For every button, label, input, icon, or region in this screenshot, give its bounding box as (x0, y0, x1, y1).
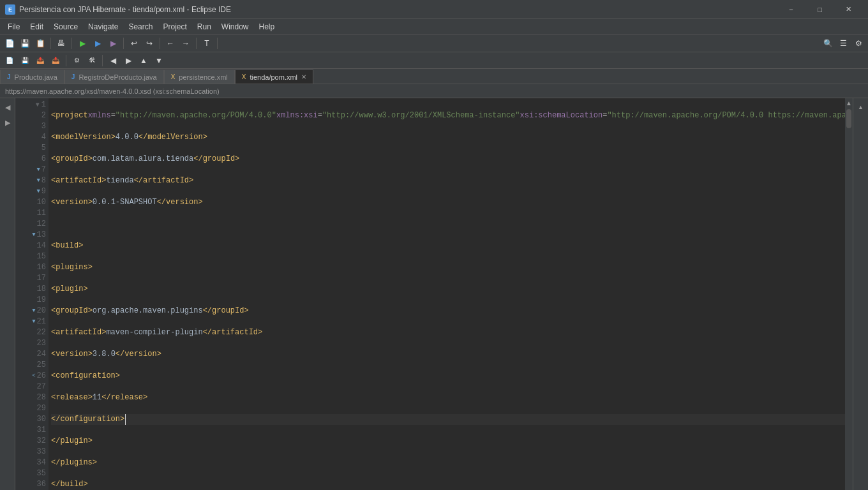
code-line-6 (51, 219, 845, 230)
linenum-31: 31 (27, 425, 46, 436)
tab-pom-close[interactable]: ✕ (301, 73, 306, 80)
app-icon: E (5, 4, 15, 15)
separator-5 (196, 38, 197, 49)
minimize-button[interactable]: − (777, 0, 805, 19)
code-line-16: </plugin> (51, 436, 845, 447)
menu-window[interactable]: Window (216, 19, 254, 34)
code-line-18: </build> (51, 479, 845, 490)
right-icon-1[interactable]: ▲ (855, 101, 867, 114)
t2-btn8[interactable]: ▶ (121, 54, 135, 68)
menu-source[interactable]: Source (49, 19, 83, 34)
tab-pom[interactable]: X tienda/pom.xml ✕ (235, 70, 313, 84)
layout-button[interactable]: ☰ (836, 36, 850, 50)
t2-btn2[interactable]: 💾 (18, 54, 32, 68)
next-button[interactable]: → (179, 36, 193, 50)
tab-registro[interactable]: J RegistroDeProducto.java (64, 70, 164, 84)
linenum-13: ▼13 (27, 230, 46, 241)
separator-6 (217, 38, 218, 49)
save-all-button[interactable]: 📋 (33, 36, 47, 50)
linenum-28: 28 (27, 392, 46, 403)
debug-button[interactable]: ▶ (91, 36, 105, 50)
open-type-button[interactable]: T (200, 36, 214, 50)
perspective-button[interactable]: ⚙ (851, 36, 865, 50)
code-editor[interactable]: <project xmlns="http://maven.apache.org/… (49, 98, 845, 490)
t2-btn5[interactable]: ⚙ (70, 54, 84, 68)
new-button[interactable]: 📄 (3, 36, 17, 50)
t2-btn10[interactable]: ▼ (152, 54, 166, 68)
tab-java-icon: J (7, 73, 11, 80)
editor-area: ◀ ▶ ▼1 2 3 4 5 6 ▼7 ▼8 ▼9 10 11 12 ▼13 1… (0, 98, 868, 490)
menu-search[interactable]: Search (123, 19, 158, 34)
tab-pom-label: tienda/pom.xml (250, 73, 297, 81)
menu-navigate[interactable]: Navigate (83, 19, 123, 34)
vertical-scrollbar[interactable]: ▲ (845, 98, 853, 490)
coverage-button[interactable]: ▶ (106, 36, 120, 50)
code-line-15: </configuration> (51, 414, 845, 425)
linenum-15: 15 (27, 251, 46, 262)
linenum-16: 16 (27, 262, 46, 273)
linenum-7: ▼7 (27, 165, 46, 175)
maximize-button[interactable]: □ (805, 0, 834, 19)
print-button[interactable]: 🖶 (54, 36, 68, 50)
save-button[interactable]: 💾 (18, 36, 32, 50)
linenum-6: 6 (27, 154, 46, 165)
linenum-17: 17 (27, 273, 46, 284)
tab-xml-icon-2: X (242, 73, 246, 80)
tab-persistence[interactable]: X persistence.xml (164, 70, 235, 84)
window-controls: − □ ✕ (777, 0, 863, 19)
linenum-19: 19 (27, 295, 46, 306)
undo-button[interactable]: ↩ (127, 36, 141, 50)
linenum-34: 34 (27, 457, 46, 468)
url-text: https://maven.apache.org/xsd/maven-4.0.0… (5, 87, 220, 95)
menu-edit[interactable]: Edit (25, 19, 49, 34)
editor-tabs: J Producto.java J RegistroDeProducto.jav… (0, 69, 868, 84)
linenum-29: 29 (27, 403, 46, 414)
redo-button[interactable]: ↪ (142, 36, 156, 50)
linenum-3: 3 (27, 121, 46, 132)
menu-run[interactable]: Run (192, 19, 216, 34)
prev-button[interactable]: ← (163, 36, 177, 50)
run-button[interactable]: ▶ (75, 36, 89, 50)
linenum-21: ▼21 (27, 316, 46, 327)
menu-file[interactable]: File (3, 19, 25, 34)
close-button[interactable]: ✕ (834, 0, 863, 19)
menu-help[interactable]: Help (254, 19, 280, 34)
separator-4 (160, 38, 160, 49)
separator-1 (50, 38, 51, 49)
separator-t2-2 (102, 55, 103, 66)
t2-btn1[interactable]: 📄 (3, 54, 17, 68)
code-line-2: <modelVersion>4.0.0</modelVersion> (51, 132, 845, 143)
menu-bar: File Edit Source Navigate Search Project… (0, 19, 868, 34)
left-sidebar: ◀ ▶ (0, 98, 15, 490)
code-line-14: <release>11</release> (51, 392, 845, 403)
scroll-up-arrow[interactable]: ▲ (846, 100, 852, 107)
linenum-14: 14 (27, 241, 46, 251)
linenum-5: 5 (27, 143, 46, 154)
code-line-1: <project xmlns="http://maven.apache.org/… (51, 110, 845, 121)
linenum-27: 27 (27, 382, 46, 392)
code-line-4: <artifactId>tienda</artifactId> (51, 175, 845, 186)
sidebar-icon-1[interactable]: ◀ (1, 101, 14, 114)
menu-project[interactable]: Project (158, 19, 191, 34)
code-line-12: <version>3.8.0</version> (51, 349, 845, 360)
tab-produto[interactable]: J Producto.java (0, 70, 64, 84)
t2-btn9[interactable]: ▲ (137, 54, 151, 68)
t2-btn7[interactable]: ◀ (106, 54, 120, 68)
linenum-20: ▼20 (27, 306, 46, 316)
linenum-9: ▼9 (27, 186, 46, 197)
t2-btn6[interactable]: 🛠 (85, 54, 99, 68)
search-button[interactable]: 🔍 (821, 36, 835, 50)
linenum-10: 10 (27, 197, 46, 208)
t2-btn4[interactable]: 📥 (49, 54, 63, 68)
linenum-32: 32 (27, 436, 46, 447)
tab-xml-icon: X (171, 73, 176, 80)
title-bar: E Persistencia con JPA Hibernate - tiend… (0, 0, 868, 19)
linenum-4: 4 (27, 132, 46, 143)
t2-btn3[interactable]: 📤 (33, 54, 47, 68)
toolbar: 📄 💾 📋 🖶 ▶ ▶ ▶ ↩ ↪ ← → T 🔍 ☰ ⚙ (0, 34, 868, 52)
linenum-2: 2 (27, 110, 46, 121)
linenum-26: <26 (27, 371, 46, 382)
code-line-5: <version>0.0.1-SNAPSHOT</version> (51, 197, 845, 208)
sidebar-icon-2[interactable]: ▶ (1, 116, 14, 129)
scroll-thumb[interactable] (846, 109, 851, 128)
